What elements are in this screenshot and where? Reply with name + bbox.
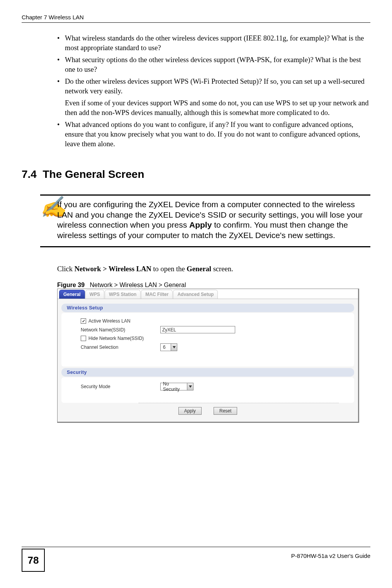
apply-button[interactable]: Apply (178, 407, 202, 415)
bullet-item: What security options do the other wirel… (57, 55, 370, 74)
wireless-setup-heading: Wireless Setup (61, 304, 354, 312)
section-heading: 7.4 The General Screen (22, 168, 370, 181)
instr-bold1: Network > Wireless LAN (75, 265, 151, 273)
hide-ssid-checkbox[interactable] (81, 336, 86, 341)
separator (139, 403, 339, 403)
note-text-bold: Apply (189, 220, 212, 229)
instr-pre: Click (57, 265, 75, 273)
security-mode-select[interactable]: No Security (160, 383, 193, 390)
bullet-text: What advanced options do you want to con… (65, 121, 360, 148)
page-number: 78 (22, 549, 45, 572)
note-block: ✍ If you are configuring the ZyXEL Devic… (40, 194, 370, 248)
svg-marker-0 (173, 346, 176, 348)
bullet-sub-para: Even if some of your devices support WPS… (65, 98, 370, 118)
figure-title: Network > Wireless LAN > General (90, 282, 186, 288)
hide-ssid-label: Hide Network Name(SSID) (88, 336, 144, 341)
security-mode-value: No Security (161, 381, 187, 392)
active-wlan-label: Active Wireless LAN (88, 318, 131, 324)
security-heading: Security (61, 368, 354, 377)
chapter-title: Chapter 7 Wireless LAN (22, 14, 84, 20)
bullet-text: What wireless standards do the other wir… (65, 34, 364, 52)
row-channel: Channel Selection 6 (81, 343, 346, 351)
svg-marker-1 (189, 385, 192, 388)
active-wlan-checkbox[interactable] (81, 318, 86, 324)
note-rule (40, 246, 370, 247)
page-footer: 78 P-870HW-51a v2 User's Guide (22, 547, 370, 572)
bullet-item: Do the other wireless devices support WP… (57, 77, 370, 118)
tab-bar: General WPS WPS Station MAC Filter Advan… (58, 289, 358, 299)
figure-screenshot: General WPS WPS Station MAC Filter Advan… (57, 289, 359, 423)
tab-advanced-setup[interactable]: Advanced Setup (173, 290, 218, 299)
note-content: ✍ If you are configuring the ZyXEL Devic… (40, 196, 370, 247)
bullet-item: What wireless standards do the other wir… (57, 34, 370, 53)
hand-writing-icon: ✍ (40, 198, 57, 217)
bullet-item: What advanced options do you want to con… (57, 120, 370, 149)
figure-label: Figure 39 (57, 282, 85, 288)
dropdown-arrow-icon (171, 344, 177, 351)
tab-panel: Wireless Setup Active Wireless LAN Netwo… (58, 299, 358, 422)
instr-bold2: General (187, 265, 211, 273)
channel-value: 6 (161, 345, 171, 350)
bullet-text: Do the other wireless devices support WP… (65, 78, 365, 95)
section-number: 7.4 (22, 168, 37, 180)
page-header: Chapter 7 Wireless LAN (22, 14, 370, 23)
row-ssid: Network Name(SSID) ZyXEL (81, 326, 346, 333)
dropdown-arrow-icon (187, 383, 193, 390)
row-hide-ssid: Hide Network Name(SSID) (81, 336, 346, 341)
figure-caption: Figure 39 Network > Wireless LAN > Gener… (57, 282, 370, 289)
tab-general[interactable]: General (59, 290, 85, 299)
wireless-setup-body: Active Wireless LAN Network Name(SSID) Z… (61, 313, 354, 367)
note-text: If you are configuring the ZyXEL Device … (57, 199, 370, 241)
footer-guide-title: P-870HW-51a v2 User's Guide (291, 549, 370, 559)
instr-mid: to open the (151, 265, 187, 273)
button-row: Apply Reset (61, 406, 354, 419)
security-body: Security Mode No Security (61, 377, 354, 403)
tab-wps-station[interactable]: WPS Station (105, 290, 141, 299)
page-body: What wireless standards do the other wir… (22, 34, 370, 423)
security-mode-label: Security Mode (81, 384, 110, 389)
bullet-text: What security options do the other wirel… (65, 56, 361, 73)
reset-button[interactable]: Reset (214, 407, 237, 415)
instr-post: screen. (211, 265, 233, 273)
ssid-label: Network Name(SSID) (81, 327, 125, 333)
tab-mac-filter[interactable]: MAC Filter (141, 290, 173, 299)
tab-wps[interactable]: WPS (85, 290, 104, 299)
ssid-input[interactable]: ZyXEL (160, 326, 235, 333)
bullet-list: What wireless standards do the other wir… (57, 34, 370, 149)
row-security-mode: Security Mode No Security (81, 383, 346, 390)
section-title: The General Screen (43, 168, 144, 180)
channel-select[interactable]: 6 (160, 343, 177, 351)
instruction-text: Click Network > Wireless LAN to open the… (57, 265, 370, 273)
row-active-wlan: Active Wireless LAN (81, 318, 346, 324)
channel-label: Channel Selection (81, 345, 118, 350)
